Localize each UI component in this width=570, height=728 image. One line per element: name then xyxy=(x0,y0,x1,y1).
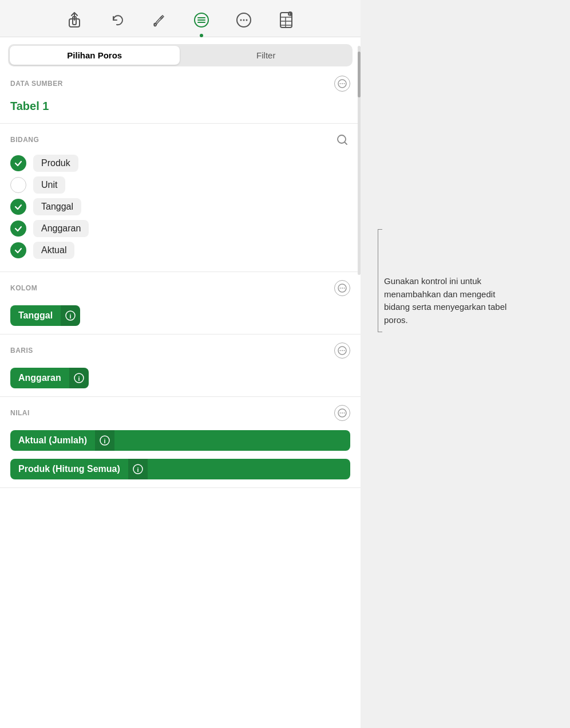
field-item-aktual: Aktual xyxy=(10,242,350,259)
field-tag-unit: Unit xyxy=(33,176,65,194)
menu-icon[interactable] xyxy=(191,9,212,31)
fields-section: BIDANG Produk xyxy=(0,124,361,272)
field-tag-produk: Produk xyxy=(33,155,78,172)
baris-label: BARIS xyxy=(10,347,33,355)
svg-point-25 xyxy=(340,288,341,289)
svg-text:i: i xyxy=(104,438,105,444)
data-source-header: DATA SUMBER xyxy=(10,76,350,92)
nilai-tag-produk-hitung-semua-label: Produk (Hitung Semua) xyxy=(10,459,128,479)
kolom-header: KOLOM xyxy=(10,280,350,296)
annotation-bracket xyxy=(378,229,378,332)
svg-text:!: ! xyxy=(289,13,290,16)
tab-bar: Pilihan Poros Filter xyxy=(8,44,353,66)
nilai-label: NILAI xyxy=(10,409,30,417)
kolom-more-button[interactable] xyxy=(334,280,350,296)
svg-point-39 xyxy=(344,412,345,414)
svg-text:i: i xyxy=(70,313,72,320)
annotation: Gunakan kontrol ini untuk menambahkan da… xyxy=(378,275,516,332)
kolom-tag-tanggal: Tanggal i xyxy=(10,305,80,326)
data-source-more-button[interactable] xyxy=(334,76,350,92)
nilai-more-button[interactable] xyxy=(334,405,350,421)
annotation-text: Gunakan kontrol ini untuk menambahkan da… xyxy=(384,275,516,326)
data-source-label: DATA SUMBER xyxy=(10,80,63,88)
nilai-section: NILAI Aktual (Jumlah) xyxy=(0,397,361,488)
table-doc-icon[interactable]: ! xyxy=(275,9,297,31)
more-icon[interactable] xyxy=(233,9,255,31)
svg-point-9 xyxy=(243,19,245,21)
tab-filter[interactable]: Filter xyxy=(181,46,351,65)
nilai-tags: Aktual (Jumlah) i Produk (Hitung Semua) xyxy=(10,427,350,479)
svg-text:i: i xyxy=(137,466,138,473)
nilai-tag-aktual-jumlah: Aktual (Jumlah) i xyxy=(10,430,350,451)
nilai-tag-produk-hitung-semua: Produk (Hitung Semua) i xyxy=(10,459,350,479)
content-area: DATA SUMBER Tabel 1 BIDANG xyxy=(0,66,361,728)
field-item-unit: Unit xyxy=(10,176,350,194)
kolom-tag-tanggal-info-button[interactable]: i xyxy=(61,305,80,326)
baris-section: BARIS Anggaran xyxy=(0,335,361,397)
svg-point-19 xyxy=(340,83,341,84)
svg-point-10 xyxy=(246,19,248,21)
nilai-header: NILAI xyxy=(10,405,350,421)
svg-point-33 xyxy=(344,350,345,351)
data-source-section: DATA SUMBER Tabel 1 xyxy=(0,66,361,124)
svg-text:i: i xyxy=(78,375,80,382)
field-tag-aktual: Aktual xyxy=(33,242,74,259)
nilai-tag-produk-hitung-semua-info-button[interactable]: i xyxy=(128,459,148,479)
share-icon[interactable] xyxy=(64,9,85,31)
field-tag-anggaran: Anggaran xyxy=(33,220,89,237)
brush-icon[interactable] xyxy=(148,9,170,31)
svg-point-32 xyxy=(342,350,343,351)
left-panel: ! Pilihan Poros Filter DATA SUMBER xyxy=(0,0,361,728)
fields-search-button[interactable] xyxy=(334,132,350,148)
right-panel: Gunakan kontrol ini untuk menambahkan da… xyxy=(361,0,570,728)
baris-header: BARIS xyxy=(10,343,350,359)
nilai-tag-aktual-jumlah-info-button[interactable]: i xyxy=(95,430,114,451)
tab-pilihan-poros[interactable]: Pilihan Poros xyxy=(10,46,180,65)
svg-point-37 xyxy=(340,412,341,414)
svg-point-26 xyxy=(342,288,343,289)
field-item-anggaran: Anggaran xyxy=(10,220,350,237)
kolom-label: KOLOM xyxy=(10,284,37,292)
field-checkbox-aktual[interactable] xyxy=(10,242,26,258)
baris-tag-anggaran-info-button[interactable]: i xyxy=(69,368,89,388)
svg-point-27 xyxy=(344,288,345,289)
kolom-tag-tanggal-label: Tanggal xyxy=(10,306,61,325)
svg-point-21 xyxy=(344,83,345,84)
nilai-tag-aktual-jumlah-label: Aktual (Jumlah) xyxy=(10,431,95,450)
field-checkbox-tanggal[interactable] xyxy=(10,199,26,215)
svg-point-38 xyxy=(342,412,343,414)
svg-point-2 xyxy=(154,23,156,26)
svg-point-8 xyxy=(240,19,242,21)
field-checkbox-anggaran[interactable] xyxy=(10,221,26,237)
svg-line-23 xyxy=(345,142,347,144)
undo-icon[interactable] xyxy=(106,9,128,31)
field-item-produk: Produk xyxy=(10,155,350,172)
kolom-section: KOLOM Tanggal xyxy=(0,272,361,335)
data-source-name: Tabel 1 xyxy=(10,97,350,117)
svg-point-31 xyxy=(340,350,341,351)
baris-tag-anggaran: Anggaran i xyxy=(10,368,89,388)
baris-more-button[interactable] xyxy=(334,343,350,359)
field-checkbox-unit[interactable] xyxy=(10,177,26,193)
field-tag-tanggal: Tanggal xyxy=(33,198,81,215)
field-item-tanggal: Tanggal xyxy=(10,198,350,215)
fields-label: BIDANG xyxy=(10,136,39,144)
svg-point-20 xyxy=(342,83,343,84)
toolbar: ! xyxy=(0,0,361,37)
field-checkbox-produk[interactable] xyxy=(10,155,26,171)
baris-tag-anggaran-label: Anggaran xyxy=(10,368,69,388)
fields-header: BIDANG xyxy=(10,132,350,148)
bracket-line xyxy=(378,229,378,332)
